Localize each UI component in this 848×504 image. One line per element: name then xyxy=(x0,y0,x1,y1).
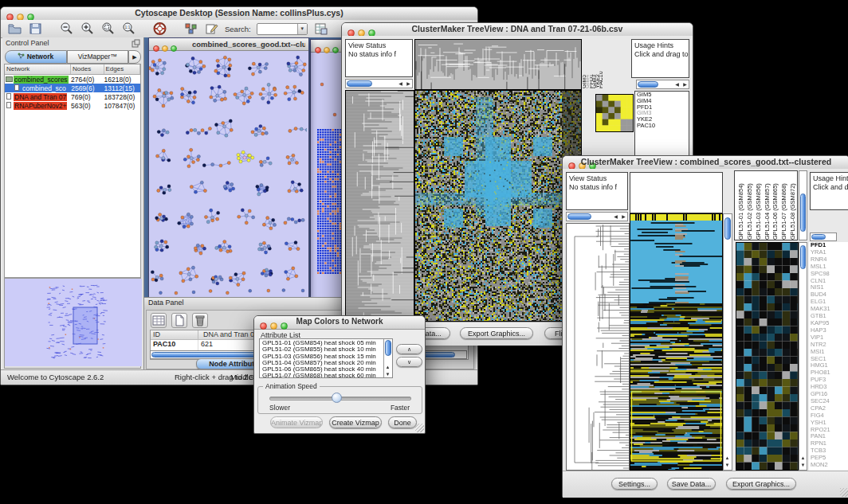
network-view-frame-1[interactable]: combined_scores_good.txt--cluste... xyxy=(148,37,309,299)
view-status-hscrollbar[interactable]: ◀ ▶ xyxy=(345,79,413,88)
view-status-panel: View Status No status info f xyxy=(566,172,628,210)
control-panel-tabs: Network VizMapper™ ▶ xyxy=(2,50,143,64)
scroll-up-arrow[interactable]: ▲ xyxy=(384,364,391,370)
save-icon[interactable] xyxy=(28,21,43,36)
treeview2-titlebar[interactable]: ClusterMaker TreeView : combined_scores_… xyxy=(563,156,848,170)
help-ring-icon[interactable] xyxy=(152,21,167,36)
edit-icon[interactable] xyxy=(204,21,219,36)
network-row[interactable]: combined_scores2764(0)16218(0) xyxy=(5,75,140,84)
array-label: GPL51-03 (GSM856) xyxy=(754,172,763,240)
heatmap-zoom-view[interactable] xyxy=(595,94,634,132)
animate-vizmap-button[interactable]: Animate Vizmap xyxy=(270,416,323,428)
scroll-right-arrow[interactable]: ▶ xyxy=(620,213,627,221)
settings-button[interactable]: Settings... xyxy=(611,478,658,490)
create-vizmap-button[interactable]: Create Vizmap xyxy=(329,416,382,428)
scroll-thumb[interactable] xyxy=(638,81,658,88)
genes-vscrollbar[interactable]: ▲ ▼ xyxy=(799,242,807,471)
heatmap-zoom-view[interactable] xyxy=(736,242,799,471)
scroll-thumb[interactable] xyxy=(347,80,372,87)
heatmap-global-view[interactable] xyxy=(630,213,723,471)
attribute-item[interactable]: GPL51-07 (GSM868) heat shock 60 min xyxy=(261,373,383,378)
scroll-thumb[interactable] xyxy=(724,217,731,240)
export-graphics-button[interactable]: Export Graphics... xyxy=(726,478,796,490)
dialog-titlebar[interactable]: Map Colors to Network xyxy=(254,316,425,330)
scroll-down-arrow[interactable]: ▼ xyxy=(384,371,391,377)
gene-label[interactable]: MON2 xyxy=(809,462,848,469)
resize-grip[interactable] xyxy=(415,424,424,432)
tab-network[interactable]: Network xyxy=(5,50,67,64)
gene-dendrogram[interactable] xyxy=(345,90,414,322)
open-folder-icon[interactable] xyxy=(7,21,22,36)
treeview2-body: View Status No status info f ◀ ▶ ▲ ▼ GPL… xyxy=(563,169,848,497)
scroll-down-arrow[interactable]: ▼ xyxy=(799,462,807,469)
float-panel-icon[interactable] xyxy=(132,39,140,48)
zoom-out-icon[interactable] xyxy=(59,21,74,36)
network-row[interactable]: RNAPuberNov2+563(0)107847(0) xyxy=(5,101,140,110)
search-label: Search: xyxy=(225,25,251,33)
done-button[interactable]: Done xyxy=(388,416,417,428)
scroll-thumb[interactable] xyxy=(800,245,806,269)
delete-attribute-icon[interactable] xyxy=(192,313,208,328)
scroll-thumb[interactable] xyxy=(385,340,391,356)
scroll-up-arrow[interactable]: ▲ xyxy=(724,455,731,462)
new-attribute-icon[interactable] xyxy=(171,313,187,328)
speed-slider-thumb[interactable] xyxy=(332,393,342,403)
view-status-hscrollbar[interactable]: ◀ ▶ xyxy=(566,212,628,221)
column-dendrogram[interactable] xyxy=(414,39,582,90)
scroll-thumb[interactable] xyxy=(800,193,806,232)
annotation-icon[interactable] xyxy=(183,21,198,36)
array-label: GPL51-04 (GSM857) xyxy=(763,172,771,240)
list-vscrollbar[interactable]: ▲ ▼ xyxy=(383,339,392,377)
array-label: GPL51-06 (GSM865) xyxy=(771,172,779,240)
zoom-in-icon[interactable] xyxy=(80,21,95,36)
column-tree-area xyxy=(630,172,723,213)
gene-dendrogram[interactable] xyxy=(566,223,630,471)
frame1-titlebar[interactable]: combined_scores_good.txt--cluste... xyxy=(149,38,308,51)
scroll-right-arrow[interactable]: ▶ xyxy=(681,81,689,88)
scroll-left-arrow[interactable]: ◀ xyxy=(612,213,619,221)
save-data-button[interactable]: Save Data... xyxy=(667,478,716,490)
move-up-button[interactable]: ∧ xyxy=(396,344,422,354)
col-network[interactable]: Network xyxy=(5,64,71,74)
col-id[interactable]: ID xyxy=(151,330,198,339)
gene-label[interactable]: PAC10 xyxy=(635,123,689,129)
col-nodes[interactable]: Nodes xyxy=(71,64,104,74)
treeview1-titlebar[interactable]: ClusterMaker TreeView : DNA and Tran 07-… xyxy=(342,23,693,37)
labels-vscrollbar[interactable] xyxy=(799,170,807,240)
search-dropdown-arrow[interactable]: ▼ xyxy=(297,24,307,34)
cytoscape-titlebar[interactable]: Cytoscape Desktop (Session Name: collins… xyxy=(1,7,477,21)
tab-vizmapper[interactable]: VizMapper™ xyxy=(67,50,129,64)
export-graphics-button[interactable]: Export Graphics... xyxy=(460,327,533,339)
array-label: PAC10 xyxy=(599,39,603,88)
tab-overflow-arrow[interactable]: ▶ xyxy=(128,50,141,64)
scroll-thumb[interactable] xyxy=(811,234,826,240)
attribute-listbox[interactable]: GPL51-01 (GSM854) heat shock 05 minGPL51… xyxy=(259,338,393,378)
select-attributes-icon[interactable] xyxy=(151,313,167,328)
scroll-up-arrow[interactable]: ▲ xyxy=(799,455,807,462)
scroll-left-arrow[interactable]: ◀ xyxy=(397,80,404,88)
network-row[interactable]: DNA and Tran 07769(0)183728(0) xyxy=(5,92,140,101)
scroll-down-arrow[interactable]: ▼ xyxy=(724,462,731,469)
move-down-button[interactable]: ∨ xyxy=(396,357,422,367)
network-canvas-1[interactable] xyxy=(149,51,307,297)
gene-name-list[interactable]: PFD1YRA1RNR4MSL1SPC98CLN1NIS1BUD4ELG1MAK… xyxy=(809,242,848,471)
search-input[interactable]: ▼ xyxy=(257,23,308,35)
array-label: GIM4 xyxy=(586,39,589,88)
window-title: ClusterMaker TreeView : combined_scores_… xyxy=(563,157,848,166)
scroll-left-arrow[interactable]: ◀ xyxy=(673,81,681,88)
global-vscrollbar[interactable]: ▲ ▼ xyxy=(723,213,732,471)
network-name-label: DNA and Tran 07 xyxy=(14,93,67,101)
resize-grip[interactable] xyxy=(840,488,848,497)
zoom-selected-icon[interactable] xyxy=(100,21,116,36)
scroll-thumb[interactable] xyxy=(567,213,591,220)
zoom-actual-icon[interactable]: 1:1 xyxy=(121,21,136,36)
import-table-icon[interactable] xyxy=(313,21,328,36)
birdseye-view[interactable] xyxy=(4,278,141,369)
treeview2-buttonbar: Settings... Save Data... Export Graphics… xyxy=(563,471,848,498)
network-row[interactable]: combined_sco2569(6)13112(15) xyxy=(5,84,140,92)
hints-hscrollbar[interactable] xyxy=(810,232,837,241)
scroll-right-arrow[interactable]: ▶ xyxy=(405,80,412,88)
hints-hscrollbar[interactable]: ◀ ▶ xyxy=(636,80,689,89)
heatmap-global-view[interactable] xyxy=(414,90,582,322)
col-edges[interactable]: Edges xyxy=(104,64,140,74)
